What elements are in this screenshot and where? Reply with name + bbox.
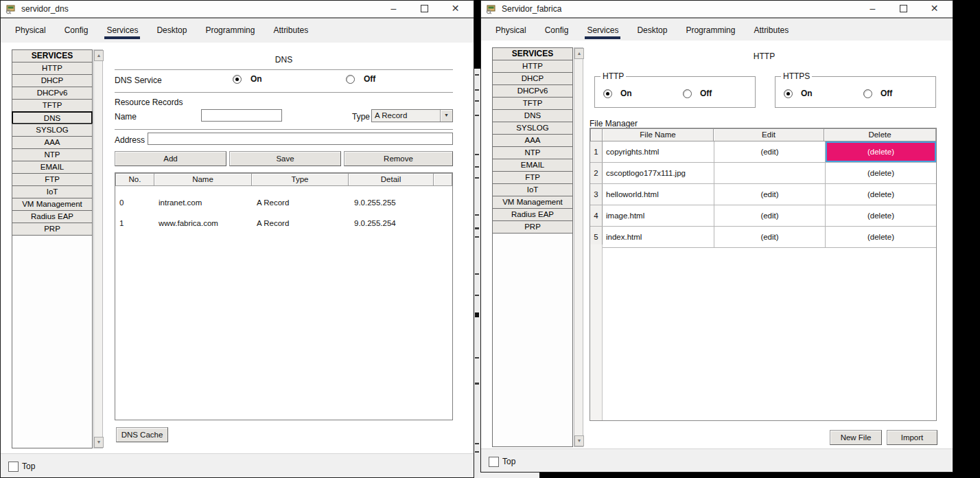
sidebar-scrollbar[interactable]: ▲ ▼ xyxy=(93,49,103,448)
edit-link[interactable]: (edit) xyxy=(714,141,826,162)
sidebar-item[interactable]: Radius EAP xyxy=(492,208,573,221)
http-on-option[interactable]: On xyxy=(603,89,632,98)
sidebar-item[interactable]: TFTP xyxy=(492,97,573,110)
sidebar-item[interactable]: FTP xyxy=(492,171,573,184)
radio-on-icon[interactable] xyxy=(603,89,612,98)
type-dropdown[interactable]: A Record ▼ xyxy=(371,109,453,122)
new-file-button[interactable]: New File xyxy=(830,430,882,445)
minimize-button[interactable]: – xyxy=(857,1,888,16)
radio-off-icon[interactable] xyxy=(683,89,692,98)
address-input[interactable] xyxy=(148,133,453,145)
http-off-option[interactable]: Off xyxy=(683,89,712,98)
maximize-button[interactable] xyxy=(409,1,440,16)
delete-link[interactable]: (delete) xyxy=(826,184,936,205)
radio-on-icon[interactable] xyxy=(784,89,793,98)
sidebar-item[interactable]: DNS xyxy=(12,111,93,124)
tab[interactable]: Attributes xyxy=(271,19,310,38)
table-header-cell[interactable] xyxy=(590,128,603,141)
tab[interactable]: Services xyxy=(104,19,140,39)
radio-off-icon[interactable] xyxy=(863,89,872,98)
close-button[interactable]: ✕ xyxy=(919,1,950,16)
sidebar-item[interactable]: EMAIL xyxy=(492,159,573,172)
sidebar-item[interactable]: VM Management xyxy=(492,196,573,209)
file-name-cell[interactable]: helloworld.html xyxy=(603,184,714,205)
top-checkbox[interactable] xyxy=(8,462,19,472)
file-name-cell[interactable]: copyrights.html xyxy=(603,141,714,162)
sidebar-item[interactable]: PRP xyxy=(12,223,93,236)
sidebar-item[interactable]: Radius EAP xyxy=(12,210,93,223)
table-header-cell[interactable]: Edit xyxy=(713,128,824,141)
add-button[interactable]: Add xyxy=(115,151,226,166)
file-name-cell[interactable]: image.html xyxy=(603,205,714,226)
tab[interactable]: Programming xyxy=(203,19,257,38)
delete-link[interactable]: (delete) xyxy=(826,227,936,247)
dns-cache-button[interactable]: DNS Cache xyxy=(116,427,168,442)
tab[interactable]: Physical xyxy=(13,19,48,38)
sidebar-scrollbar[interactable]: ▲ ▼ xyxy=(574,47,583,447)
table-header-cell[interactable]: Detail xyxy=(348,173,434,186)
tab[interactable]: Physical xyxy=(493,19,528,38)
scroll-up-icon[interactable]: ▲ xyxy=(94,50,104,61)
titlebar[interactable]: Servidor_fabrica – ✕ xyxy=(481,1,953,19)
scroll-up-icon[interactable]: ▲ xyxy=(574,48,584,59)
table-row[interactable]: 1 www.fabrica.com A Record 9.0.255.254 xyxy=(115,213,452,234)
sidebar-item[interactable]: FTP xyxy=(12,173,93,186)
sidebar-item[interactable]: DHCP xyxy=(12,74,93,87)
table-header-cell[interactable] xyxy=(433,173,452,186)
sidebar-item[interactable]: SYSLOG xyxy=(492,122,573,135)
delete-link[interactable]: (delete) xyxy=(826,163,936,183)
sidebar-item[interactable]: TFTP xyxy=(12,99,93,112)
sidebar-item[interactable]: DHCPv6 xyxy=(492,84,573,98)
file-name-cell[interactable]: index.html xyxy=(603,227,714,247)
sidebar-item[interactable]: DNS xyxy=(492,109,573,122)
delete-link[interactable]: (delete) xyxy=(826,205,936,226)
tab[interactable]: Config xyxy=(62,19,91,38)
titlebar[interactable]: servidor_dns – ✕ xyxy=(1,1,474,19)
sidebar-item[interactable]: DHCPv6 xyxy=(12,87,93,100)
table-header-cell[interactable]: No. xyxy=(115,173,154,186)
save-button[interactable]: Save xyxy=(229,151,341,166)
edit-link[interactable]: (edit) xyxy=(714,227,826,247)
sidebar-item[interactable]: IoT xyxy=(12,185,93,198)
dns-service-on-option[interactable]: On xyxy=(233,74,262,84)
radio-off-icon[interactable] xyxy=(346,75,355,84)
sidebar-item[interactable]: IoT xyxy=(492,183,573,196)
sidebar-item[interactable]: AAA xyxy=(12,136,93,149)
table-header-cell[interactable]: Type xyxy=(251,173,349,186)
remove-button[interactable]: Remove xyxy=(344,151,453,166)
tab[interactable]: Desktop xyxy=(635,19,669,38)
name-input[interactable] xyxy=(201,109,282,122)
https-on-option[interactable]: On xyxy=(784,89,813,98)
tab[interactable]: Programming xyxy=(684,19,737,38)
sidebar-item[interactable]: DHCP xyxy=(492,72,573,85)
table-header-cell[interactable]: File Name xyxy=(602,128,714,141)
sidebar-item[interactable]: AAA xyxy=(492,134,573,147)
scroll-down-icon[interactable]: ▼ xyxy=(574,435,584,446)
table-row[interactable]: 1 copyrights.html (edit) (delete) xyxy=(590,141,936,163)
import-button[interactable]: Import xyxy=(887,430,937,445)
close-button[interactable]: ✕ xyxy=(440,1,471,16)
sidebar-item[interactable]: PRP xyxy=(492,220,573,234)
table-row[interactable]: 5 index.html (edit) (delete) xyxy=(590,227,936,248)
chevron-down-icon[interactable]: ▼ xyxy=(440,110,452,122)
table-row[interactable]: 4 image.html (edit) (delete) xyxy=(590,205,936,227)
maximize-button[interactable] xyxy=(888,1,919,16)
sidebar-item[interactable]: VM Management xyxy=(12,198,93,211)
edit-link[interactable]: (edit) xyxy=(714,205,826,226)
table-row[interactable]: 0 intranet.com A Record 9.0.255.255 xyxy=(115,192,452,213)
table-row[interactable]: 2 cscoptlogo177x111.jpg (delete) xyxy=(590,163,936,184)
top-checkbox[interactable] xyxy=(489,457,499,467)
tab[interactable]: Attributes xyxy=(751,19,791,38)
https-off-option[interactable]: Off xyxy=(863,89,892,98)
sidebar-item[interactable]: NTP xyxy=(492,146,573,159)
table-header-cell[interactable]: Delete xyxy=(824,128,936,141)
tab[interactable]: Desktop xyxy=(154,19,189,38)
tab[interactable]: Config xyxy=(543,19,571,38)
minimize-button[interactable]: – xyxy=(378,1,409,16)
sidebar-item[interactable]: EMAIL xyxy=(12,161,93,174)
delete-link[interactable]: (delete) xyxy=(826,141,936,162)
edit-link[interactable] xyxy=(714,163,826,183)
edit-link[interactable]: (edit) xyxy=(714,184,826,205)
table-header-cell[interactable]: Name xyxy=(154,173,252,186)
table-row[interactable]: 3 helloworld.html (edit) (delete) xyxy=(590,184,936,205)
